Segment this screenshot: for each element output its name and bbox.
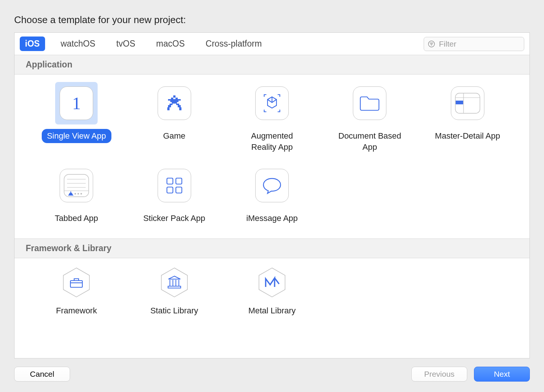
template-label: Single View App — [42, 129, 111, 143]
template-game[interactable]: Game — [127, 82, 221, 154]
template-augmented-reality-app[interactable]: Augmented Reality App — [225, 82, 319, 154]
template-label: Tabbed App — [50, 211, 103, 225]
svg-point-27 — [78, 193, 79, 195]
template-panel: iOS watchOS tvOS macOS Cross-platform Ap… — [14, 32, 530, 358]
library-icon — [158, 266, 191, 299]
dialog-title: Choose a template for your new project: — [7, 7, 537, 32]
svg-rect-15 — [179, 107, 181, 110]
dialog-button-bar: Cancel Previous Next — [7, 358, 537, 385]
template-tabbed-app[interactable]: ★ Tabbed App — [29, 164, 123, 225]
filter-input[interactable] — [424, 37, 524, 51]
svg-rect-5 — [171, 98, 173, 99]
template-label: iMessage App — [241, 211, 303, 225]
svg-rect-20 — [64, 174, 89, 197]
svg-rect-7 — [168, 99, 181, 101]
template-label: Framework — [51, 304, 102, 318]
template-label: Metal Library — [243, 304, 301, 318]
folder-icon — [353, 86, 386, 120]
cancel-button[interactable]: Cancel — [14, 367, 70, 382]
svg-rect-6 — [175, 98, 178, 99]
template-imessage-app[interactable]: iMessage App — [225, 164, 319, 225]
template-metal-library[interactable]: Metal Library — [225, 266, 319, 318]
template-label: Static Library — [145, 304, 203, 318]
template-label: Game — [158, 129, 191, 143]
filter-icon — [427, 40, 436, 48]
framework-grid: Framework Static Library — [15, 258, 529, 331]
svg-rect-32 — [176, 187, 182, 193]
imessage-icon — [255, 169, 289, 202]
tab-macos[interactable]: macOS — [151, 37, 190, 51]
svg-rect-8 — [170, 101, 178, 102]
template-document-based-app[interactable]: Document Based App — [323, 82, 417, 154]
template-sticker-pack-app[interactable]: Sticker Pack App — [127, 164, 221, 225]
tab-tvos[interactable]: tvOS — [111, 37, 140, 51]
svg-rect-30 — [176, 178, 182, 184]
template-label: Document Based App — [330, 129, 409, 154]
next-button[interactable]: Next — [474, 367, 530, 382]
template-label: Augmented Reality App — [233, 129, 311, 154]
svg-rect-29 — [167, 178, 173, 184]
template-framework[interactable]: Framework — [29, 266, 123, 318]
svg-rect-34 — [70, 281, 82, 287]
svg-rect-10 — [170, 104, 173, 105]
tab-watchos[interactable]: watchOS — [56, 37, 101, 51]
svg-rect-4 — [173, 95, 175, 98]
svg-point-26 — [75, 193, 76, 195]
game-icon — [158, 86, 191, 120]
tabbed-icon: ★ — [60, 169, 93, 202]
master-detail-icon — [451, 86, 484, 120]
template-label: Sticker Pack App — [138, 211, 210, 225]
template-static-library[interactable]: Static Library — [127, 266, 221, 318]
svg-rect-14 — [167, 107, 170, 110]
svg-rect-19 — [456, 101, 463, 104]
previous-button[interactable]: Previous — [411, 367, 467, 382]
sticker-icon — [158, 169, 191, 202]
single-view-icon: 1 — [60, 86, 93, 120]
svg-rect-11 — [176, 104, 179, 105]
svg-text:★: ★ — [69, 191, 73, 196]
svg-rect-41 — [168, 286, 181, 288]
arkit-icon — [255, 86, 289, 120]
svg-rect-9 — [172, 102, 177, 104]
platform-tabbar: iOS watchOS tvOS macOS Cross-platform — [15, 33, 529, 55]
metal-icon — [255, 266, 289, 299]
svg-point-28 — [80, 193, 82, 195]
svg-rect-13 — [178, 105, 181, 107]
svg-rect-31 — [167, 187, 173, 193]
filter-field-wrap — [424, 37, 524, 51]
section-application-header: Application — [15, 55, 529, 75]
framework-icon — [60, 266, 93, 299]
application-grid: 1 Single View App — [15, 75, 529, 238]
template-single-view-app[interactable]: 1 Single View App — [29, 82, 123, 154]
template-master-detail-app[interactable]: Master-Detail App — [421, 82, 515, 154]
template-chooser-dialog: Choose a template for your new project: … — [7, 7, 537, 385]
template-label: Master-Detail App — [430, 129, 505, 143]
section-framework-header: Framework & Library — [15, 238, 529, 258]
svg-rect-12 — [168, 105, 171, 107]
tab-ios[interactable]: iOS — [20, 37, 45, 51]
tab-crossplatform[interactable]: Cross-platform — [200, 37, 267, 51]
